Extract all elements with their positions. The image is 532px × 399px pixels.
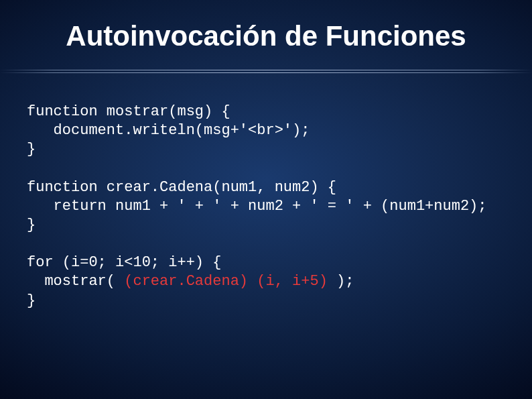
- code-line-part: [248, 273, 257, 290]
- slide-title: Autoinvocación de Funciones: [0, 20, 532, 52]
- title-rule-bottom: [0, 72, 532, 73]
- highlight-crear-cadena: (crear.Cadena): [124, 273, 248, 290]
- slide-title-area: Autoinvocación de Funciones: [0, 0, 532, 85]
- code-line: document.writeln(msg+'<br>');: [27, 122, 310, 139]
- highlight-args: (i, i+5): [257, 273, 328, 290]
- code-line: for (i=0; i<10; i++) {: [27, 254, 221, 271]
- code-line: }: [27, 141, 36, 158]
- code-line-part: mostrar(: [27, 273, 124, 290]
- code-line: function mostrar(msg) {: [27, 103, 230, 120]
- code-line: }: [27, 292, 36, 309]
- code-block: function mostrar(msg) { document.writeln…: [0, 85, 532, 310]
- code-line: }: [27, 217, 36, 233]
- title-rule-top: [0, 70, 532, 70]
- code-line: return num1 + ' + ' + num2 + ' = ' + (nu…: [27, 198, 487, 215]
- code-line: function crear.Cadena(num1, num2) {: [27, 179, 336, 196]
- code-line-part: );: [328, 273, 354, 290]
